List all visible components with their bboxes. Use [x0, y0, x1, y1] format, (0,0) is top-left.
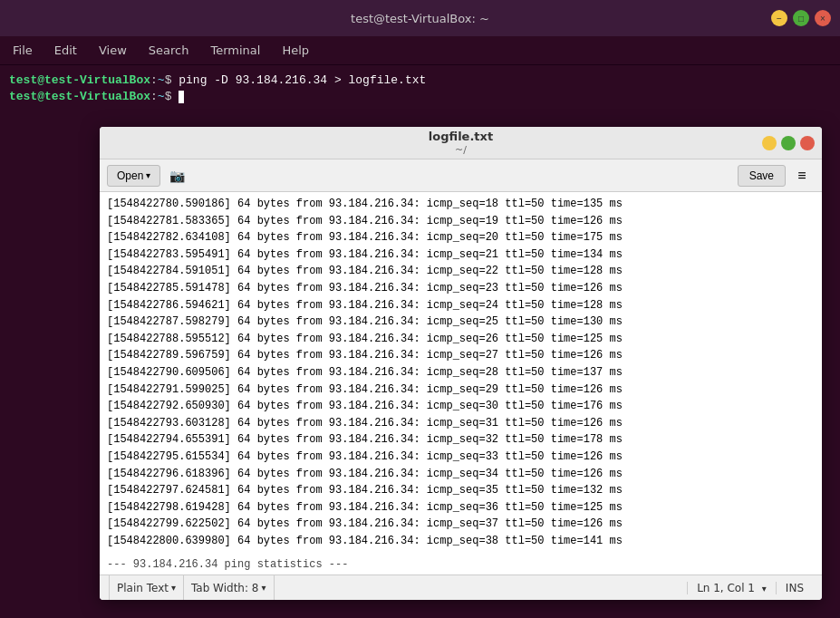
- editor-line: [1548422788.595512] 64 bytes from 93.184…: [107, 331, 815, 348]
- position-label: Ln 1, Col 1: [697, 582, 755, 594]
- editor-line: [1548422786.594621] 64 bytes from 93.184…: [107, 297, 815, 314]
- terminal-menubar: File Edit View Search Terminal Help: [0, 36, 840, 65]
- terminal-cmd-text: ping -D 93.184.216.34 > logfile.txt: [179, 73, 426, 87]
- editor-close-button[interactable]: [800, 136, 815, 150]
- terminal-close-button[interactable]: ×: [815, 10, 831, 26]
- menu-help[interactable]: Help: [278, 42, 313, 59]
- terminal-prompt-user: test@test-VirtualBox: [9, 73, 150, 87]
- editor-statusbar: Plain Text ▾ Tab Width: 8 ▾ Ln 1, Col 1 …: [100, 575, 822, 600]
- terminal-minimize-button[interactable]: −: [771, 10, 787, 26]
- editor-line: [1548422798.619428] 64 bytes from 93.184…: [107, 499, 815, 517]
- toolbar-icon-button[interactable]: 📷: [164, 163, 189, 188]
- editor-line: [1548422789.596759] 64 bytes from 93.184…: [107, 347, 815, 364]
- editor-window-controls: [762, 136, 815, 150]
- editor-line: [1548422791.599025] 64 bytes from 93.184…: [107, 381, 815, 399]
- editor-path: ~/: [429, 144, 493, 156]
- save-button[interactable]: Save: [738, 165, 786, 187]
- plain-text-label: Plain Text: [117, 582, 169, 594]
- editor-content[interactable]: [1548422780.590186] 64 bytes from 93.184…: [100, 192, 822, 575]
- editor-line: [1548422800.639980] 64 bytes from 93.184…: [107, 533, 815, 550]
- terminal-titlebar: test@test-VirtualBox: ~ − □ ×: [0, 0, 840, 36]
- editor-window: logfile.txt ~/ Open ▾ 📷 Save ≡ [15484227…: [100, 127, 822, 600]
- editor-titlebar: logfile.txt ~/: [100, 127, 822, 159]
- editor-line: [1548422782.634108] 64 bytes from 93.184…: [107, 229, 815, 246]
- terminal-prompt-dir2: ~: [158, 90, 165, 103]
- terminal-prompt-dollar: $: [165, 73, 179, 87]
- menu-edit[interactable]: Edit: [51, 42, 81, 59]
- tab-width-status[interactable]: Tab Width: 8 ▾: [184, 575, 275, 600]
- terminal-prompt-colon: :: [150, 73, 158, 87]
- editor-maximize-button[interactable]: [781, 136, 796, 150]
- position-status[interactable]: Ln 1, Col 1 ▾: [687, 582, 776, 594]
- editor-line: [1548422794.655391] 64 bytes from 93.184…: [107, 431, 815, 449]
- menu-file[interactable]: File: [9, 42, 36, 59]
- open-label: Open: [117, 169, 143, 182]
- terminal-prompt-dir: ~: [158, 73, 165, 87]
- editor-line: [1548422797.624581] 64 bytes from 93.184…: [107, 482, 815, 499]
- editor-toolbar: Open ▾ 📷 Save ≡: [100, 159, 822, 192]
- terminal-prompt-dollar2: $: [165, 90, 179, 103]
- menu-view[interactable]: View: [95, 42, 130, 59]
- editor-title: logfile.txt ~/: [429, 130, 493, 156]
- open-chevron-icon: ▾: [146, 170, 150, 180]
- terminal-line-1: test@test-VirtualBox:~$ ping -D 93.184.2…: [9, 72, 831, 89]
- menu-search[interactable]: Search: [145, 42, 193, 59]
- plain-text-status[interactable]: Plain Text ▾: [109, 575, 184, 600]
- position-chevron: ▾: [762, 584, 767, 594]
- terminal-window-controls: − □ ×: [771, 10, 831, 26]
- editor-line: [1548422792.650930] 64 bytes from 93.184…: [107, 398, 815, 415]
- ins-status: INS: [776, 582, 813, 594]
- editor-line: [1548422796.618396] 64 bytes from 93.184…: [107, 466, 815, 483]
- editor-line: [1548422780.590186] 64 bytes from 93.184…: [107, 196, 815, 213]
- terminal-line-2: test@test-VirtualBox:~$: [9, 89, 831, 105]
- open-button[interactable]: Open ▾: [107, 165, 160, 187]
- editor-lines-container: [1548422780.590186] 64 bytes from 93.184…: [107, 196, 815, 549]
- editor-line: [1548422783.595491] 64 bytes from 93.184…: [107, 246, 815, 264]
- hamburger-icon: ≡: [797, 168, 806, 184]
- terminal-prompt-user2: test@test-VirtualBox: [9, 90, 150, 103]
- camera-icon: 📷: [169, 169, 185, 183]
- editor-line: [1548422795.615534] 64 bytes from 93.184…: [107, 449, 815, 466]
- menu-terminal[interactable]: Terminal: [207, 42, 264, 59]
- editor-line: [1548422799.622502] 64 bytes from 93.184…: [107, 516, 815, 533]
- editor-minimize-button[interactable]: [762, 136, 777, 150]
- editor-line: [1548422784.591051] 64 bytes from 93.184…: [107, 263, 815, 280]
- tab-width-label: Tab Width: 8: [191, 582, 258, 594]
- editor-stats-container: --- 93.184.216.34 ping statistics ---38 …: [107, 556, 815, 575]
- editor-filename: logfile.txt: [429, 130, 493, 144]
- editor-line: [1548422787.598279] 64 bytes from 93.184…: [107, 314, 815, 331]
- editor-line: [1548422790.609506] 64 bytes from 93.184…: [107, 364, 815, 381]
- terminal-title: test@test-VirtualBox: ~: [351, 12, 489, 25]
- editor-line: [1548422785.591478] 64 bytes from 93.184…: [107, 280, 815, 297]
- menu-icon-button[interactable]: ≡: [789, 163, 815, 188]
- tab-width-chevron: ▾: [261, 583, 266, 593]
- terminal-maximize-button[interactable]: □: [793, 10, 809, 26]
- editor-line: [1548422793.603128] 64 bytes from 93.184…: [107, 415, 815, 432]
- editor-line: [1548422781.583365] 64 bytes from 93.184…: [107, 213, 815, 230]
- editor-stats-line: --- 93.184.216.34 ping statistics ---: [107, 556, 815, 574]
- terminal-cursor: [179, 91, 184, 103]
- plain-text-chevron: ▾: [171, 583, 176, 593]
- terminal-prompt-colon2: :: [150, 90, 158, 103]
